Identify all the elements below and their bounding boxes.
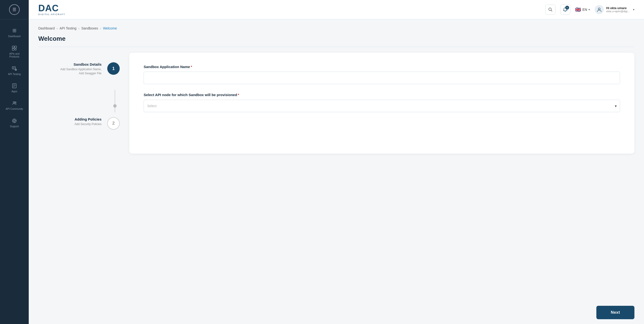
- logo-text: DAC: [38, 4, 65, 13]
- api-node-field: Select API node for which Sandbox will b…: [144, 93, 620, 112]
- user-info: Hi ekta umare ekta.u+apim@digi...: [606, 6, 630, 13]
- svg-point-3: [15, 48, 16, 50]
- notifications-button[interactable]: 0: [560, 5, 570, 15]
- breadcrumb-sandboxes[interactable]: Sandboxes: [82, 26, 98, 30]
- sidebar-item-api-testing[interactable]: API Testing: [0, 63, 29, 79]
- breadcrumb-dashboard[interactable]: Dashboard: [38, 26, 55, 30]
- svg-rect-1: [14, 46, 16, 48]
- api-node-select[interactable]: Select Option 1 Option 2 Option 3: [144, 100, 620, 112]
- language-selector[interactable]: 🇬🇧 EN ▾: [575, 7, 590, 13]
- svg-rect-0: [12, 46, 14, 48]
- step-2-circle: 2: [107, 117, 120, 130]
- svg-point-15: [13, 102, 14, 103]
- chevron-down-icon: ▾: [588, 8, 590, 11]
- sidebar-item-label: Apps: [12, 90, 17, 93]
- sidebar-logo: ☰: [0, 0, 29, 20]
- apis-icon: [12, 46, 17, 51]
- breadcrumb: Dashboard › API Testing › Sandboxes › We…: [38, 26, 634, 30]
- footer-bar: Next: [29, 301, 644, 324]
- svg-point-16: [15, 102, 16, 103]
- logo-sub: DIGITAL APICRAFT: [38, 13, 65, 16]
- form-panel: Sandbox Application Name* Select API nod…: [129, 53, 634, 154]
- header: DAC DIGITAL APICRAFT 0 🇬🇧 EN ▾: [29, 0, 644, 19]
- flag-icon: 🇬🇧: [575, 7, 581, 13]
- next-button[interactable]: Next: [596, 306, 634, 319]
- breadcrumb-api-testing[interactable]: API Testing: [60, 26, 76, 30]
- breadcrumb-sep-2: ›: [78, 27, 79, 30]
- sidebar-item-api-community[interactable]: API Community: [0, 97, 29, 114]
- svg-rect-2: [12, 48, 14, 50]
- page-content: Dashboard › API Testing › Sandboxes › We…: [29, 19, 644, 301]
- svg-rect-5: [12, 67, 16, 69]
- svg-point-25: [598, 8, 600, 10]
- step-1-subtitle: Add Sandbox Application Name,Add Swagger…: [60, 67, 102, 76]
- breadcrumb-sep-1: ›: [57, 27, 58, 30]
- search-icon: [548, 8, 552, 12]
- menu-icon[interactable]: ☰: [9, 4, 20, 15]
- svg-line-24: [551, 10, 552, 11]
- main-content: DAC DIGITAL APICRAFT 0 🇬🇧 EN ▾: [29, 0, 644, 324]
- required-indicator-2: *: [238, 93, 239, 97]
- sandbox-name-label: Sandbox Application Name*: [144, 65, 620, 69]
- step-2-text: Adding Policies Add Security Policies: [74, 117, 102, 126]
- step-1-entry: Sandbox Details Add Sandbox Application …: [43, 62, 120, 76]
- community-icon: [12, 101, 17, 106]
- api-node-select-wrapper: Select Option 1 Option 2 Option 3 ▾: [144, 100, 620, 112]
- sidebar-nav: ⊞ Dashboard APIs and Products: [0, 24, 29, 131]
- step-2-title: Adding Policies: [74, 117, 102, 121]
- lang-code: EN: [582, 8, 587, 12]
- support-icon: [12, 118, 17, 123]
- wizard: Sandbox Details Add Sandbox Application …: [38, 53, 634, 154]
- api-testing-icon: [12, 66, 17, 71]
- dashboard-icon: ⊞: [12, 28, 16, 33]
- user-email: ekta.u+apim@digi...: [606, 10, 630, 13]
- sandbox-name-input[interactable]: [144, 72, 620, 84]
- sidebar-item-label: Dashboard: [8, 35, 20, 38]
- sidebar-item-label: APIs and Products: [9, 52, 20, 58]
- user-chevron-icon: ▾: [633, 8, 634, 11]
- apps-icon: [12, 83, 17, 88]
- sidebar-item-label: API Community: [6, 107, 23, 111]
- svg-point-17: [12, 119, 16, 123]
- app-logo: DAC DIGITAL APICRAFT: [38, 4, 65, 16]
- header-actions: 0 🇬🇧 EN ▾ Hi ekta umare ekta.u+apim@digi…: [545, 5, 634, 15]
- sidebar: ☰ ⊞ Dashboard APIs and Products: [0, 0, 29, 324]
- sidebar-item-label: Support: [10, 125, 19, 128]
- sidebar-item-apis-products[interactable]: APIs and Products: [0, 42, 29, 62]
- search-button[interactable]: [545, 5, 556, 15]
- breadcrumb-welcome: Welcome: [103, 26, 117, 30]
- svg-point-18: [14, 120, 15, 122]
- api-node-label: Select API node for which Sandbox will b…: [144, 93, 620, 97]
- sidebar-item-apps[interactable]: Apps: [0, 80, 29, 96]
- sidebar-item-support[interactable]: Support: [0, 115, 29, 131]
- steps-panel: Sandbox Details Add Sandbox Application …: [38, 53, 124, 154]
- step-1-text: Sandbox Details Add Sandbox Application …: [60, 62, 102, 76]
- page-title: Welcome: [38, 35, 634, 47]
- required-indicator-1: *: [191, 65, 192, 69]
- step-1-title: Sandbox Details: [60, 62, 102, 66]
- user-menu[interactable]: Hi ekta umare ekta.u+apim@digi... ▾: [595, 5, 634, 14]
- user-name: Hi ekta umare: [606, 6, 630, 10]
- breadcrumb-sep-3: ›: [100, 27, 101, 30]
- sidebar-item-label: API Testing: [8, 73, 21, 76]
- step-2-subtitle: Add Security Policies: [74, 122, 102, 126]
- step-2-entry: Adding Policies Add Security Policies 2: [43, 117, 120, 130]
- step-1-circle: 1: [107, 62, 120, 75]
- notification-badge: 0: [565, 6, 569, 10]
- sandbox-name-field: Sandbox Application Name*: [144, 65, 620, 84]
- avatar: [595, 5, 604, 14]
- sidebar-item-dashboard[interactable]: ⊞ Dashboard: [0, 24, 29, 41]
